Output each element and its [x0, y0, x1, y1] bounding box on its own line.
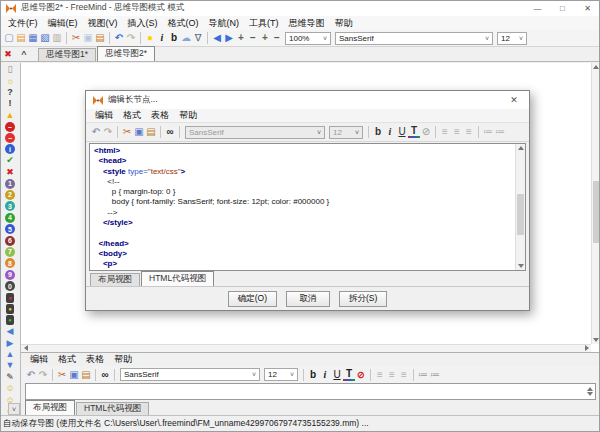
bullet-list-icon[interactable]: ≔ [482, 126, 494, 139]
paste-icon[interactable]: ▤ [80, 368, 92, 381]
dialog-close-button[interactable]: ✕ [505, 95, 523, 105]
unfold-children-icon[interactable]: + [259, 32, 271, 45]
close-map-button[interactable]: ✖ [1, 47, 15, 60]
code-scrollbar[interactable] [515, 144, 525, 270]
note-editor-input[interactable] [25, 383, 596, 400]
main-menu-插入(S)[interactable]: 插入(S) [123, 17, 163, 30]
copy-icon[interactable]: ▣ [133, 126, 145, 139]
info-icon[interactable]: i [4, 144, 17, 155]
check-icon[interactable]: ✔ [4, 155, 17, 166]
arrow-back-icon[interactable]: ◀ [4, 326, 17, 337]
note-menu-表格[interactable]: 表格 [81, 353, 109, 366]
number-1-icon[interactable]: 1 [4, 178, 17, 189]
note-view-tab[interactable]: 布局视图 [25, 400, 75, 415]
number-3-icon[interactable]: 3 [4, 201, 17, 212]
fold-icon[interactable]: − [247, 32, 259, 45]
document-tab[interactable]: 思维导图2* [97, 46, 155, 61]
font-family-select[interactable]: SansSerif˅ [120, 368, 260, 381]
note-editor-scroll[interactable] [585, 385, 594, 398]
idea-bulb-icon[interactable]: ● [144, 32, 156, 45]
undo-icon[interactable]: ↶ [90, 126, 102, 139]
font-size-select[interactable]: 12˅ [497, 32, 527, 45]
main-menu-思维导图[interactable]: 思维导图 [284, 17, 330, 30]
nav-right-icon[interactable]: ▶ [223, 32, 235, 45]
ok-button[interactable]: 确定(O) [228, 291, 277, 307]
align-left-icon[interactable]: ≡ [439, 126, 451, 139]
collapse-tabs-button[interactable]: ^ [17, 47, 31, 60]
dialog-view-tab[interactable]: HTML代码视图 [141, 271, 214, 286]
vertical-scrollbar[interactable] [591, 63, 600, 344]
font-color-icon[interactable]: T [408, 126, 420, 138]
zoom-select[interactable]: 100%˅ [285, 32, 331, 45]
main-menu-工具(T)[interactable]: 工具(T) [244, 17, 284, 30]
number-0-icon[interactable]: 0 [4, 280, 17, 291]
filter-icon[interactable]: ∇ [192, 32, 204, 45]
vertical-scroll-thumb[interactable] [593, 181, 599, 243]
bold-icon[interactable]: b [307, 368, 319, 381]
print-icon[interactable]: ▥ [51, 32, 63, 45]
save-icon[interactable]: ▦ [27, 32, 39, 45]
close-button[interactable]: ✕ [575, 0, 600, 16]
bold-icon[interactable]: b [168, 32, 180, 45]
copy-icon[interactable]: ▣ [82, 32, 94, 45]
pencil-icon[interactable]: ✎ [4, 372, 17, 383]
number-8-icon[interactable]: 8 [4, 258, 17, 269]
smiley-icon[interactable]: ☺ [4, 383, 17, 394]
font-color-icon[interactable]: T [343, 369, 355, 381]
align-right-icon[interactable]: ≡ [398, 368, 410, 381]
number-7-icon[interactable]: 7 [4, 246, 17, 257]
note-view-tab[interactable]: HTML代码视图 [76, 402, 149, 415]
number-5-icon[interactable]: 5 [4, 223, 17, 234]
stop-sign-icon[interactable]: – [4, 121, 17, 132]
remove-format-icon[interactable]: ⊘ [355, 368, 367, 381]
warning-icon[interactable]: ▲ [4, 110, 17, 121]
main-menu-导航(N)[interactable]: 导航(N) [204, 17, 245, 30]
save-as-icon[interactable]: ▧ [39, 32, 51, 45]
dialog-menu-编辑[interactable]: 编辑 [90, 109, 118, 122]
new-file-icon[interactable]: ▢ [3, 32, 15, 45]
font-family-select[interactable]: SansSerif˅ [335, 32, 493, 45]
redo-icon[interactable]: ↷ [102, 126, 114, 139]
redo-icon[interactable]: ↷ [37, 368, 49, 381]
numbered-list-icon[interactable]: ≔ [429, 368, 441, 381]
dialog-menu-帮助[interactable]: 帮助 [174, 109, 202, 122]
number-2-icon[interactable]: 2 [4, 189, 17, 200]
html-code-content[interactable]: <html> <head> <style type="text/css"> <!… [94, 146, 512, 268]
traffic-green-icon[interactable]: ● [4, 315, 17, 326]
horizontal-scrollbar[interactable] [21, 344, 591, 352]
sidebar-scroll-down-button[interactable]: ˅ [8, 403, 20, 415]
code-scroll-thumb[interactable] [517, 194, 524, 234]
traffic-red-icon[interactable]: ● [4, 292, 17, 303]
font-family-select[interactable]: SansSerif˅ [185, 126, 325, 139]
undo-icon[interactable]: ↶ [113, 32, 125, 45]
align-center-icon[interactable]: ≡ [386, 368, 398, 381]
cloud-icon[interactable]: ☁ [180, 32, 192, 45]
traffic-yellow-icon[interactable]: ● [4, 303, 17, 314]
undo-icon[interactable]: ↶ [25, 368, 37, 381]
maximize-button[interactable]: □ [550, 0, 575, 16]
open-file-icon[interactable]: ▤ [15, 32, 27, 45]
paste-icon[interactable]: ▤ [145, 126, 157, 139]
italic-icon[interactable]: i [319, 368, 331, 381]
dialog-view-tab[interactable]: 布局视图 [90, 273, 140, 286]
trash-icon[interactable]: ▯ [4, 64, 17, 75]
fold-children-icon[interactable]: − [271, 32, 283, 45]
find-icon[interactable]: ∞ [164, 126, 176, 139]
idea-icon[interactable]: ☼ [4, 75, 17, 86]
cancel-button[interactable]: 取消 [286, 291, 330, 307]
number-6-icon[interactable]: 6 [4, 235, 17, 246]
cross-icon[interactable]: ✖ [4, 167, 17, 178]
underline-icon[interactable]: U [396, 126, 408, 139]
help-icon[interactable]: ? [4, 87, 17, 98]
arrow-down-icon[interactable]: ▼ [4, 360, 17, 371]
minimize-button[interactable]: — [525, 0, 550, 16]
main-menu-文件(F)[interactable]: 文件(F) [3, 17, 43, 30]
italic-icon[interactable]: i [156, 32, 168, 45]
bullet-list-icon[interactable]: ≔ [417, 368, 429, 381]
forbidden-icon[interactable]: − [4, 132, 17, 143]
font-size-select[interactable]: 12˅ [264, 368, 298, 381]
align-right-icon[interactable]: ≡ [463, 126, 475, 139]
note-menu-帮助[interactable]: 帮助 [109, 353, 137, 366]
cut-icon[interactable]: ✂ [56, 368, 68, 381]
number-9-icon[interactable]: 9 [4, 269, 17, 280]
